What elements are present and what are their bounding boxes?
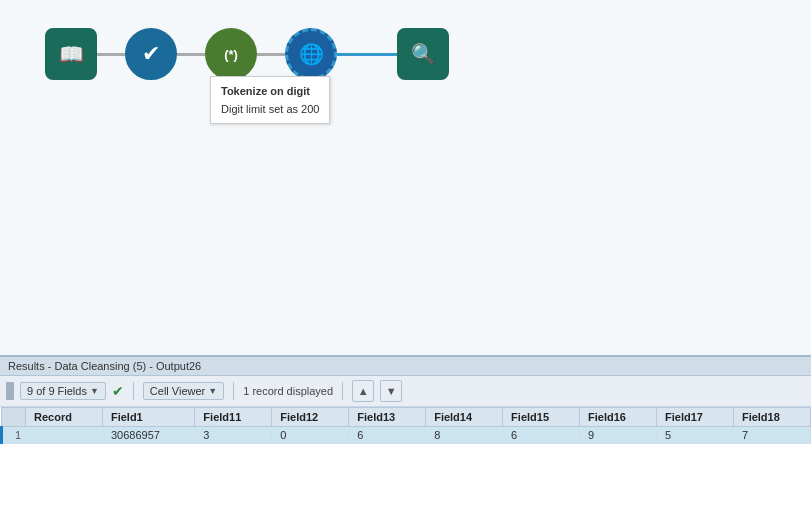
node-formula[interactable]: (*)	[205, 28, 257, 80]
fields-chevron-down-icon: ▼	[90, 386, 99, 396]
cell-field17: 5	[656, 427, 733, 444]
cell-field16: 9	[580, 427, 657, 444]
cell-field15: 6	[503, 427, 580, 444]
col-header-field1: Field1	[102, 408, 194, 427]
col-header-field13: Field13	[349, 408, 426, 427]
col-header-field16: Field16	[580, 408, 657, 427]
col-header-field17: Field17	[656, 408, 733, 427]
col-header-rownum	[2, 408, 26, 427]
separator-2	[233, 382, 234, 400]
cell-field11: 3	[195, 427, 272, 444]
connector-1	[97, 53, 125, 56]
col-header-field12: Field12	[272, 408, 349, 427]
cell-record	[26, 427, 103, 444]
separator-1	[133, 382, 134, 400]
connector-2	[177, 53, 205, 56]
node-globe[interactable]: 🌐	[285, 28, 337, 80]
tooltip-detail: Digit limit set as 200	[221, 103, 319, 115]
node-browse[interactable]: 🔍	[397, 28, 449, 80]
tooltip-box: Tokenize on digit Digit limit set as 200	[210, 76, 330, 124]
node-check[interactable]: ✔	[125, 28, 177, 80]
results-table: Record Field1 Field11 Field12 Field13 Fi…	[0, 407, 811, 444]
separator-3	[342, 382, 343, 400]
scroll-up-button[interactable]: ▲	[352, 380, 374, 402]
cell-field12: 0	[272, 427, 349, 444]
data-table[interactable]: Record Field1 Field11 Field12 Field13 Fi…	[0, 407, 811, 507]
col-header-field14: Field14	[426, 408, 503, 427]
col-header-field18: Field18	[733, 408, 810, 427]
fields-button[interactable]: 9 of 9 Fields ▼	[20, 382, 106, 400]
scroll-down-button[interactable]: ▼	[380, 380, 402, 402]
connector-3	[257, 53, 285, 56]
cell-rownum: 1	[2, 427, 26, 444]
col-header-field11: Field11	[195, 408, 272, 427]
cell-field1: 30686957	[102, 427, 194, 444]
col-header-record: Record	[26, 408, 103, 427]
connector-4	[337, 53, 397, 56]
viewer-chevron-down-icon: ▼	[208, 386, 217, 396]
cell-field14: 8	[426, 427, 503, 444]
viewer-button[interactable]: Cell Viewer ▼	[143, 382, 224, 400]
cell-field18: 7	[733, 427, 810, 444]
tooltip-title: Tokenize on digit	[221, 85, 319, 97]
sidebar-toggle-icon[interactable]	[6, 382, 14, 400]
viewer-label: Cell Viewer	[150, 385, 205, 397]
toolbar: 9 of 9 Fields ▼ ✔ Cell Viewer ▼ 1 record…	[0, 376, 811, 407]
bottom-panel: Results - Data Cleansing (5) - Output26 …	[0, 355, 811, 507]
canvas-area: 📖 ✔ (*) 🌐 🔍 Tokenize on digit Digit limi…	[0, 0, 811, 355]
fields-check-icon[interactable]: ✔	[112, 383, 124, 399]
cell-field13: 6	[349, 427, 426, 444]
fields-label: 9 of 9 Fields	[27, 385, 87, 397]
workflow: 📖 ✔ (*) 🌐 🔍	[45, 28, 449, 80]
node-input[interactable]: 📖	[45, 28, 97, 80]
table-row[interactable]: 1 30686957 3 0 6 8 6 9 5 7	[2, 427, 811, 444]
panel-title: Results - Data Cleansing (5) - Output26	[8, 360, 201, 372]
col-header-field15: Field15	[503, 408, 580, 427]
panel-title-bar: Results - Data Cleansing (5) - Output26	[0, 357, 811, 376]
record-count-label: 1 record displayed	[243, 385, 333, 397]
